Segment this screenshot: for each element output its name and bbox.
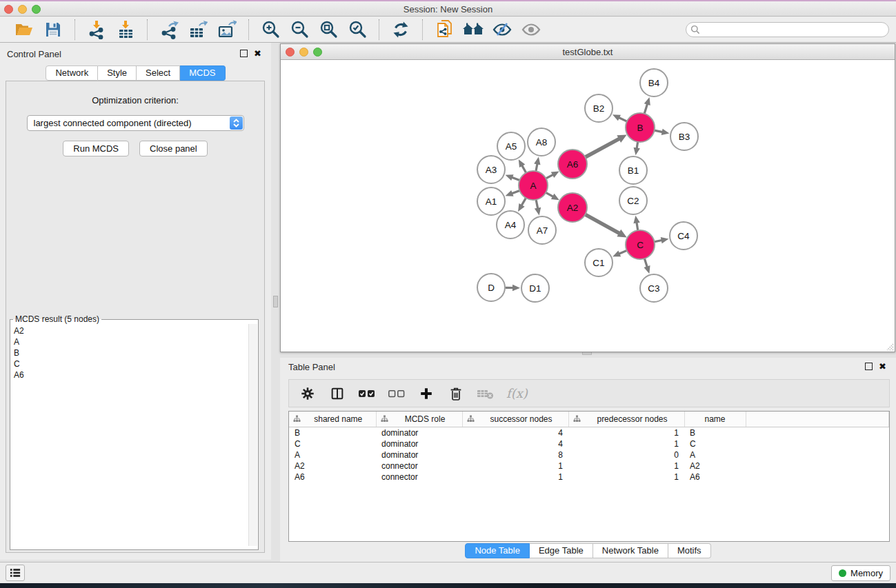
- mcds-result-item[interactable]: A6: [14, 369, 248, 381]
- float-panel-icon[interactable]: [240, 50, 248, 57]
- graph-node-C[interactable]: C: [626, 230, 655, 259]
- search-input[interactable]: [686, 22, 889, 37]
- column-header-name[interactable]: name: [684, 412, 746, 427]
- table-cell[interactable]: dominator: [376, 449, 462, 460]
- graph-edge-A2-C[interactable]: [585, 214, 619, 233]
- table-cell[interactable]: dominator: [376, 438, 462, 449]
- zoom-fit-button[interactable]: [317, 19, 340, 41]
- graph-edge-A6-B[interactable]: [585, 139, 619, 157]
- tab-style[interactable]: Style: [98, 65, 137, 81]
- graph-node-D[interactable]: D: [477, 274, 505, 301]
- table-cell[interactable]: 4: [462, 427, 568, 438]
- graph-node-C3[interactable]: C3: [640, 274, 668, 302]
- table-cell[interactable]: C: [684, 438, 746, 449]
- graph-node-B1[interactable]: B1: [619, 156, 647, 184]
- import-network-button[interactable]: [85, 19, 108, 41]
- optimization-criterion-select[interactable]: largest connected component (directed): [27, 115, 244, 131]
- table-cell[interactable]: 1: [568, 472, 684, 483]
- graph-node-A7[interactable]: A7: [528, 216, 556, 244]
- table-cell[interactable]: connector: [376, 472, 462, 483]
- export-network-button[interactable]: [157, 19, 181, 41]
- resize-grip-icon[interactable]: [884, 341, 894, 351]
- graph-node-A8[interactable]: A8: [528, 128, 555, 156]
- duplicate-network-button[interactable]: [432, 19, 456, 41]
- tab-node-table[interactable]: Node Table: [465, 543, 530, 558]
- table-cell[interactable]: C: [289, 438, 376, 449]
- show-graphics-button[interactable]: [519, 19, 543, 41]
- zoom-in-button[interactable]: [259, 19, 282, 41]
- export-image-button[interactable]: [215, 19, 239, 41]
- table-cell[interactable]: A6: [684, 472, 746, 483]
- graph-node-A3[interactable]: A3: [477, 156, 505, 183]
- table-cell[interactable]: connector: [376, 460, 462, 472]
- houses-button[interactable]: [461, 19, 485, 41]
- table-cell[interactable]: 1: [568, 460, 684, 472]
- create-column-button[interactable]: [417, 385, 435, 403]
- deselect-all-button[interactable]: [388, 385, 406, 403]
- graph-edge-B-B3[interactable]: [655, 130, 663, 132]
- table-cell[interactable]: A2: [289, 460, 376, 472]
- table-cell[interactable]: 4: [462, 438, 568, 449]
- zoom-out-button[interactable]: [288, 19, 311, 41]
- mcds-result-item[interactable]: A2: [14, 325, 248, 336]
- tab-edge-table[interactable]: Edge Table: [530, 543, 593, 558]
- graph-edge-C-C1[interactable]: [619, 250, 626, 254]
- export-table-button[interactable]: [186, 19, 210, 41]
- graph-node-A4[interactable]: A4: [497, 211, 524, 239]
- table-cell[interactable]: B: [289, 427, 376, 438]
- table-row[interactable]: Cdominator41C: [289, 438, 889, 449]
- graph-node-A2[interactable]: A2: [558, 193, 587, 222]
- graph-edge-B-B4[interactable]: [644, 104, 647, 114]
- show-columns-button[interactable]: [328, 385, 346, 403]
- tab-select[interactable]: Select: [137, 65, 180, 81]
- table-cell[interactable]: A: [684, 449, 746, 460]
- column-header-MCDS-role[interactable]: MCDS role: [376, 412, 462, 427]
- graph-edge-A-A3[interactable]: [512, 177, 519, 180]
- tab-mcds[interactable]: MCDS: [180, 65, 225, 81]
- table-cell[interactable]: A6: [289, 472, 376, 483]
- delete-table-button[interactable]: [477, 385, 495, 403]
- graph-edge-A-A4[interactable]: [521, 198, 526, 205]
- close-panel-icon[interactable]: ✖: [879, 363, 886, 370]
- mcds-result-item[interactable]: B: [14, 347, 248, 358]
- graph-node-A6[interactable]: A6: [558, 150, 587, 179]
- table-cell[interactable]: A: [289, 449, 376, 460]
- memory-button[interactable]: Memory: [831, 565, 890, 581]
- graph-edge-C-C2[interactable]: [637, 223, 638, 231]
- select-all-button[interactable]: [358, 385, 376, 403]
- graph-node-A[interactable]: A: [519, 171, 548, 200]
- table-cell[interactable]: A2: [684, 460, 746, 472]
- run-mcds-button[interactable]: Run MCDS: [63, 141, 129, 156]
- graph-edge-A-A5[interactable]: [522, 165, 526, 173]
- open-session-button[interactable]: [12, 19, 36, 41]
- graph-edge-B-B1[interactable]: [637, 142, 638, 149]
- delete-columns-button[interactable]: [447, 385, 465, 403]
- function-builder-button[interactable]: f(x): [506, 385, 528, 403]
- scrollbar-track[interactable]: [248, 324, 257, 546]
- graph-edge-A-A2[interactable]: [546, 192, 553, 196]
- tab-motifs[interactable]: Motifs: [668, 543, 711, 558]
- table-cell[interactable]: 0: [568, 449, 684, 460]
- graph-edge-B-B2[interactable]: [619, 118, 627, 122]
- tab-network[interactable]: Network: [46, 65, 98, 81]
- table-cell[interactable]: 1: [462, 460, 568, 472]
- table-cell[interactable]: 1: [568, 438, 684, 449]
- vertical-splitter-handle[interactable]: [273, 296, 278, 307]
- column-header-successor-nodes[interactable]: successor nodes: [462, 412, 568, 427]
- table-cell[interactable]: B: [684, 427, 746, 438]
- table-cell[interactable]: 1: [462, 472, 568, 483]
- table-mode-button[interactable]: [299, 385, 317, 403]
- graph-node-C1[interactable]: C1: [585, 249, 613, 276]
- zoom-selected-button[interactable]: [346, 19, 369, 41]
- graph-node-A1[interactable]: A1: [477, 187, 505, 215]
- refresh-button[interactable]: [389, 19, 412, 41]
- graph-edge-A-A7[interactable]: [536, 200, 538, 209]
- graph-edge-A-A1[interactable]: [512, 190, 519, 193]
- table-cell[interactable]: 1: [568, 427, 684, 438]
- graph-node-C4[interactable]: C4: [670, 222, 697, 250]
- float-panel-icon[interactable]: [865, 363, 873, 370]
- table-row[interactable]: A2connector11A2: [289, 460, 889, 472]
- graph-node-B2[interactable]: B2: [585, 94, 613, 122]
- save-session-button[interactable]: [41, 19, 65, 41]
- hide-graphics-button[interactable]: [490, 19, 514, 41]
